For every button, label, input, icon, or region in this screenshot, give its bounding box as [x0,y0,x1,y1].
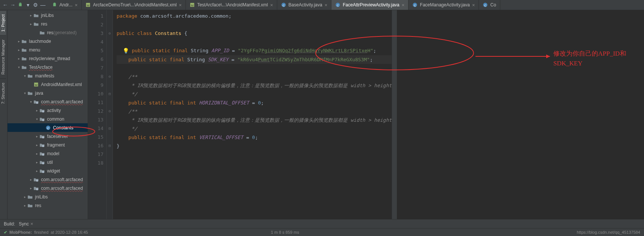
expand-icon[interactable]: ▸ [35,169,39,173]
tab-label: TestArcface\...\AndroidManifest.xml [197,2,268,8]
forward-icon[interactable]: → [10,2,16,8]
tree-item[interactable]: ▸res [8,20,88,28]
tree-item[interactable]: ▸jniLibs [8,11,88,20]
tree-item[interactable]: ▸jniLibs [8,192,88,201]
expand-icon[interactable]: ▾ [23,74,27,78]
code-line[interactable]: } [117,142,392,150]
code-line[interactable]: public class Constants { [117,29,392,38]
class-icon: C [45,125,51,131]
expand-icon[interactable]: ▸ [29,14,33,17]
folder-icon [27,90,33,96]
tree-item[interactable]: ▾common [8,115,88,123]
tree-item[interactable]: ▸com.arcsoft.arcfaced [8,175,88,184]
close-icon[interactable]: × [472,3,475,8]
editor-tab[interactable]: MArcfaceDemoTrue\...\AndroidManifest.xml… [82,0,186,10]
settings-icon[interactable]: ⚙ [32,2,38,8]
android-icon[interactable] [17,2,23,8]
back-icon[interactable]: ← [2,2,8,8]
line-gutter: 123456789101112131415161718 [88,10,107,219]
expand-icon[interactable]: ▸ [35,152,39,156]
tree-item[interactable]: CConstants [8,123,88,132]
tree-item[interactable]: ▾manifests [8,71,88,80]
tree-item[interactable]: ▸com.arcsoft.arcfaced [8,184,88,192]
editor-tab[interactable]: CFaceManageActivity.java× [409,0,479,10]
build-sync-tab[interactable]: Sync × [19,221,33,227]
code-line[interactable]: 💡 public static final String APP_ID = "2… [117,46,392,55]
toolwindow-tab[interactable]: Resource Manager [0,35,6,79]
expand-icon[interactable]: ▸ [17,48,21,52]
close-icon[interactable]: × [270,3,273,8]
code-line[interactable] [117,150,392,159]
build-toolwindow-header[interactable]: Build: Sync × [0,219,644,228]
tree-item[interactable]: ▸reclyclerview_thread [8,54,88,63]
code-line[interactable]: */ [117,124,392,133]
tree-item[interactable]: ▾java [8,89,88,97]
editor-right-strip [392,10,397,219]
code-line[interactable] [117,64,392,73]
expand-icon[interactable]: ▾ [29,100,33,104]
code-line[interactable]: /** [117,107,392,116]
tree-item[interactable]: ▸model [8,149,88,158]
close-icon[interactable]: × [325,3,328,8]
code-line[interactable]: /** [117,73,392,81]
expand-icon[interactable]: ▸ [23,195,27,199]
expand-icon[interactable]: ▾ [23,91,27,95]
expand-icon[interactable]: ▸ [29,186,33,190]
expand-icon[interactable]: ▸ [29,178,33,182]
pkg-icon [39,142,45,148]
close-icon[interactable]: × [30,221,33,226]
expand-icon[interactable]: ▾ [17,65,21,69]
close-icon[interactable]: × [179,3,182,8]
minimize-icon[interactable]: — [40,2,46,8]
expand-icon[interactable]: ▾ [35,117,39,121]
dropdown-icon[interactable]: ▾ [25,2,31,8]
expand-icon[interactable]: ▸ [17,57,21,61]
editor-tabs: ← → ▾ ⚙ — Andr...×MArcfaceDemoTrue\...\A… [0,0,644,10]
tree-item[interactable]: res (generated) [8,28,88,37]
code-line[interactable] [117,20,392,29]
tree-item-label: com.arcsoft.arcfaced [41,177,83,182]
tree-item[interactable]: ▸menu [8,45,88,54]
tree-item-label: java [35,91,43,96]
close-icon[interactable]: × [75,3,78,8]
svg-point-24 [42,162,44,164]
code-line[interactable]: public static final String SDK_KEY = "kR… [117,55,392,64]
tree-item[interactable]: ▸lauchmode [8,37,88,45]
tree-item[interactable]: ▸fragment [8,141,88,149]
tree-item-label: manifests [35,73,54,79]
tree-item[interactable]: ▸widget [8,166,88,175]
expand-icon[interactable]: ▸ [17,39,21,43]
code-line[interactable]: */ [117,90,392,98]
expand-icon[interactable]: ▸ [23,204,27,207]
code-line[interactable] [117,159,392,168]
code-line[interactable]: package com.arcsoft.arcfacedemo.common; [117,12,392,20]
editor-tab[interactable]: Andr...× [48,0,82,10]
toolwindow-tab[interactable]: 1: Project [0,10,6,35]
code-line[interactable]: public static final int VERTICAL_OFFSET … [117,133,392,142]
code-line[interactable]: * IR预览数据相对于RGB预览数据的横向偏移量，注意：是预览数据，一般的摄像头… [117,81,392,90]
editor-tab[interactable]: MTestArcface\...\AndroidManifest.xml× [186,0,277,10]
toolwindow-tab[interactable]: 7: Structure [0,79,6,108]
tree-item[interactable]: ▸faceserver [8,132,88,141]
tree-item[interactable]: ▾com.arcsoft.arcfaced [8,97,88,106]
code-editor[interactable]: 123456789101112131415161718 ⊖⊖⊟⊖⊟⊟ packa… [88,10,644,219]
fold-gutter[interactable]: ⊖⊖⊟⊖⊟⊟ [107,10,113,219]
code-line[interactable]: public static final int HORIZONTAL_OFFSE… [117,98,392,107]
editor-tab[interactable]: CCo [479,0,500,10]
tree-item[interactable]: ▸activity [8,106,88,115]
svg-point-21 [42,136,44,138]
tree-item[interactable]: ▾TestArcface [8,63,88,71]
tree-item[interactable]: ▸res [8,201,88,210]
expand-icon[interactable]: ▸ [35,160,39,164]
expand-icon[interactable]: ▸ [29,22,33,26]
close-icon[interactable]: × [402,3,405,8]
expand-icon[interactable]: ▸ [35,135,39,138]
editor-tab[interactable]: CFaceAttrPreviewActivity.java× [331,0,409,10]
expand-icon[interactable]: ▸ [35,109,39,112]
code-line[interactable] [117,38,392,46]
tree-item[interactable]: MAndroidManifest.xml [8,80,88,89]
code-line[interactable]: * IR预览数据相对于RGB预览数据的纵向偏移量，注意：是预览数据，一般的摄像头… [117,116,392,124]
tree-item[interactable]: ▸util [8,158,88,166]
expand-icon[interactable]: ▸ [35,143,39,147]
editor-tab[interactable]: CBaseActivity.java× [277,0,331,10]
